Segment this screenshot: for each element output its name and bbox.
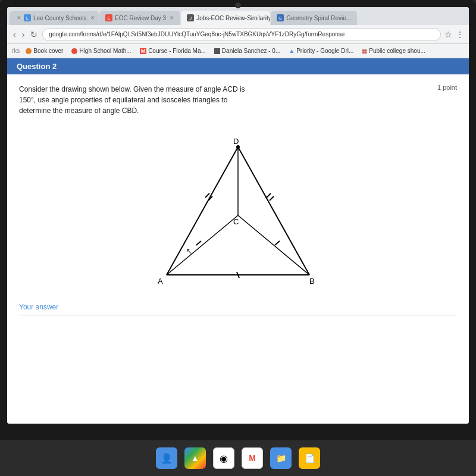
bookmark-icon-3: M xyxy=(140,48,147,54)
tab-close-1[interactable]: ✕ xyxy=(90,15,95,21)
points-label: 1 point xyxy=(437,84,457,91)
chrome-icon: ◉ xyxy=(220,453,228,464)
browser-chrome: ✕ L Lee County Schools ✕ E EOC Review Da… xyxy=(7,7,469,424)
back-button[interactable]: ‹ xyxy=(12,30,17,39)
tab-eoc-review[interactable]: E EOC Review Day 3 ✕ xyxy=(99,11,180,25)
bookmarks-label: rks xyxy=(12,48,20,54)
triangle-diagram: D C A B ↖ xyxy=(143,123,333,290)
forward-button[interactable]: › xyxy=(21,30,26,39)
tab-label-4: Geometry Spiral Revie... xyxy=(286,15,351,21)
vertex-A: A xyxy=(158,277,163,286)
bookmark-priority[interactable]: ▲ Priority - Google Dri... xyxy=(286,47,356,55)
taskbar-drive-icon[interactable]: ▲ xyxy=(184,447,206,469)
drive-icon: ▲ xyxy=(191,453,199,463)
vertex-C: C xyxy=(233,217,239,226)
svg-point-13 xyxy=(236,145,240,149)
tab-close-2[interactable]: ✕ xyxy=(170,15,174,21)
bookmark-label-1: Book cover xyxy=(33,48,63,54)
page-content: Question 2 Consider the drawing shown be… xyxy=(7,58,469,424)
tab-geometry[interactable]: G Geometry Spiral Revie... xyxy=(271,11,357,25)
taskbar-bottom: 👤 ▲ ◉ M 📁 📄 xyxy=(156,447,320,469)
screen: ✕ L Lee County Schools ✕ E EOC Review Da… xyxy=(7,7,469,424)
vertex-D: D xyxy=(233,137,239,146)
reload-button[interactable]: ↻ xyxy=(29,30,39,39)
docs-icon: 📄 xyxy=(305,453,315,463)
bookmark-label-6: Public college shou... xyxy=(369,48,425,54)
bookmarks-bar: rks Book cover High School Math... M Cou… xyxy=(7,44,469,58)
bookmark-label-2: High School Math... xyxy=(79,48,131,54)
tab-label-3: Jobs-EOC Review-Similarity & C: xyxy=(196,15,270,21)
bookmark-book-cover[interactable]: Book cover xyxy=(23,47,65,55)
address-bar-row: ‹ › ↻ google.com/forms/d/e/1FAlpQLSd5Nf3… xyxy=(7,25,469,44)
bookmark-public-college[interactable]: ▦ Public college shou... xyxy=(359,47,428,55)
tab-favicon-4: G xyxy=(277,14,284,21)
question-text: Consider the drawing shown below. Given … xyxy=(19,84,245,116)
tab-favicon-1: L xyxy=(24,14,31,21)
tab-label-1: Lee County Schools xyxy=(33,15,87,21)
taskbar-gmail-icon[interactable]: M xyxy=(242,447,263,469)
laptop-bezel: ✕ L Lee County Schools ✕ E EOC Review Da… xyxy=(0,0,476,452)
bookmark-label-5: Priority - Google Dri... xyxy=(296,48,353,54)
tab-label-2: EOC Review Day 3 xyxy=(115,15,166,21)
bookmark-high-school[interactable]: High School Math... xyxy=(69,47,133,55)
keyboard-bar: 👤 ▲ ◉ M 📁 📄 xyxy=(0,440,476,476)
taskbar-chrome-icon[interactable]: ◉ xyxy=(213,447,234,469)
question-description: Consider the drawing shown below. Given … xyxy=(19,85,245,115)
bookmark-course[interactable]: M Course - Florida Ma... xyxy=(137,47,208,55)
bookmark-icon-5: ▲ xyxy=(289,48,295,54)
bookmark-icon-1 xyxy=(26,48,32,54)
url-text: google.com/forms/d/e/1FAlpQLSd5Nf3ebJDUU… xyxy=(49,31,345,37)
camera xyxy=(235,2,241,8)
your-answer-label: Your answer xyxy=(19,303,58,311)
question-header-text: Question 2 xyxy=(17,62,57,71)
svg-line-6 xyxy=(205,193,209,198)
question-body: Consider the drawing shown below. Given … xyxy=(7,74,469,325)
folder-icon: 📁 xyxy=(276,453,286,463)
bookmark-star-icon[interactable]: ☆ xyxy=(444,30,452,39)
your-answer-field[interactable]: Your answer xyxy=(19,299,457,315)
svg-line-3 xyxy=(167,215,238,275)
tab-favicon-2: E xyxy=(105,14,112,21)
tab-close-icon[interactable]: ✕ xyxy=(17,15,21,21)
bookmark-label-4: Daniela Sanchez - 0... xyxy=(222,48,280,54)
svg-line-8 xyxy=(267,193,271,198)
menu-icon[interactable]: ⋮ xyxy=(456,30,464,39)
triangle-area: D C A B ↖ xyxy=(19,123,457,290)
cursor-icon: ↖ xyxy=(186,246,193,256)
person-icon: 👤 xyxy=(161,453,173,464)
taskbar-folder-icon[interactable]: 📁 xyxy=(270,447,292,469)
taskbar-docs-icon[interactable]: 📄 xyxy=(299,447,320,469)
tab-bar: ✕ L Lee County Schools ✕ E EOC Review Da… xyxy=(7,7,469,25)
tab-jobs-eoc[interactable]: J Jobs-EOC Review-Similarity & C: ✕ xyxy=(181,11,270,25)
question-text-row: Consider the drawing shown below. Given … xyxy=(19,84,457,116)
address-bar[interactable]: google.com/forms/d/e/1FAlpQLSd5Nf3ebJDUU… xyxy=(42,28,441,41)
bookmark-label-3: Course - Florida Ma... xyxy=(148,48,206,54)
svg-line-10 xyxy=(196,241,201,245)
svg-line-9 xyxy=(270,196,274,201)
tab-lee-county[interactable]: ✕ L Lee County Schools ✕ xyxy=(10,11,99,25)
bookmark-icon-4 xyxy=(214,48,220,54)
tab-favicon-3: J xyxy=(187,14,194,21)
svg-line-1 xyxy=(167,147,238,275)
question-header: Question 2 xyxy=(7,58,469,74)
bookmark-daniela[interactable]: Daniela Sanchez - 0... xyxy=(212,47,283,55)
svg-line-4 xyxy=(238,215,309,275)
svg-line-11 xyxy=(275,241,280,245)
vertex-B: B xyxy=(309,277,315,286)
bookmark-icon-6: ▦ xyxy=(362,48,367,54)
gmail-icon: M xyxy=(249,453,256,463)
bookmark-icon-2 xyxy=(71,48,77,54)
svg-line-2 xyxy=(238,147,309,275)
taskbar-person-icon[interactable]: 👤 xyxy=(156,447,177,469)
